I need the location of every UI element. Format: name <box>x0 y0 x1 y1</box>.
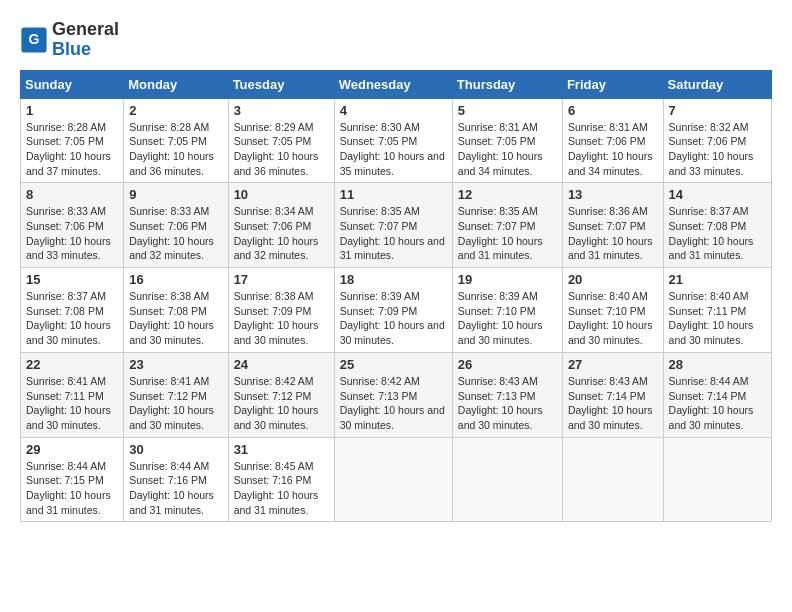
day-cell: 25 Sunrise: 8:42 AM Sunset: 7:13 PM Dayl… <box>334 352 452 437</box>
day-info: Sunrise: 8:35 AM Sunset: 7:07 PM Dayligh… <box>340 204 447 263</box>
day-number: 9 <box>129 187 222 202</box>
week-row-1: 1 Sunrise: 8:28 AM Sunset: 7:05 PM Dayli… <box>21 98 772 183</box>
day-info: Sunrise: 8:40 AM Sunset: 7:10 PM Dayligh… <box>568 289 658 348</box>
logo: G General Blue <box>20 20 119 60</box>
day-cell: 27 Sunrise: 8:43 AM Sunset: 7:14 PM Dayl… <box>562 352 663 437</box>
weekday-header-monday: Monday <box>124 70 228 98</box>
day-number: 18 <box>340 272 447 287</box>
day-info: Sunrise: 8:34 AM Sunset: 7:06 PM Dayligh… <box>234 204 329 263</box>
day-cell: 30 Sunrise: 8:44 AM Sunset: 7:16 PM Dayl… <box>124 437 228 522</box>
day-number: 16 <box>129 272 222 287</box>
day-cell: 24 Sunrise: 8:42 AM Sunset: 7:12 PM Dayl… <box>228 352 334 437</box>
day-cell: 2 Sunrise: 8:28 AM Sunset: 7:05 PM Dayli… <box>124 98 228 183</box>
day-cell: 8 Sunrise: 8:33 AM Sunset: 7:06 PM Dayli… <box>21 183 124 268</box>
day-cell: 13 Sunrise: 8:36 AM Sunset: 7:07 PM Dayl… <box>562 183 663 268</box>
day-cell: 18 Sunrise: 8:39 AM Sunset: 7:09 PM Dayl… <box>334 268 452 353</box>
day-number: 8 <box>26 187 118 202</box>
day-info: Sunrise: 8:42 AM Sunset: 7:13 PM Dayligh… <box>340 374 447 433</box>
day-cell: 29 Sunrise: 8:44 AM Sunset: 7:15 PM Dayl… <box>21 437 124 522</box>
day-info: Sunrise: 8:31 AM Sunset: 7:06 PM Dayligh… <box>568 120 658 179</box>
day-cell: 16 Sunrise: 8:38 AM Sunset: 7:08 PM Dayl… <box>124 268 228 353</box>
day-cell: 10 Sunrise: 8:34 AM Sunset: 7:06 PM Dayl… <box>228 183 334 268</box>
day-info: Sunrise: 8:33 AM Sunset: 7:06 PM Dayligh… <box>26 204 118 263</box>
day-info: Sunrise: 8:36 AM Sunset: 7:07 PM Dayligh… <box>568 204 658 263</box>
day-cell: 4 Sunrise: 8:30 AM Sunset: 7:05 PM Dayli… <box>334 98 452 183</box>
day-number: 14 <box>669 187 766 202</box>
day-number: 23 <box>129 357 222 372</box>
day-cell: 26 Sunrise: 8:43 AM Sunset: 7:13 PM Dayl… <box>452 352 562 437</box>
day-number: 7 <box>669 103 766 118</box>
day-info: Sunrise: 8:29 AM Sunset: 7:05 PM Dayligh… <box>234 120 329 179</box>
weekday-header-wednesday: Wednesday <box>334 70 452 98</box>
weekday-header-friday: Friday <box>562 70 663 98</box>
day-number: 12 <box>458 187 557 202</box>
day-info: Sunrise: 8:37 AM Sunset: 7:08 PM Dayligh… <box>26 289 118 348</box>
day-cell: 9 Sunrise: 8:33 AM Sunset: 7:06 PM Dayli… <box>124 183 228 268</box>
day-number: 30 <box>129 442 222 457</box>
day-number: 2 <box>129 103 222 118</box>
logo-icon: G <box>20 26 48 54</box>
day-cell: 31 Sunrise: 8:45 AM Sunset: 7:16 PM Dayl… <box>228 437 334 522</box>
logo-text: General Blue <box>52 20 119 60</box>
day-cell: 21 Sunrise: 8:40 AM Sunset: 7:11 PM Dayl… <box>663 268 771 353</box>
weekday-header-tuesday: Tuesday <box>228 70 334 98</box>
day-info: Sunrise: 8:33 AM Sunset: 7:06 PM Dayligh… <box>129 204 222 263</box>
day-info: Sunrise: 8:41 AM Sunset: 7:11 PM Dayligh… <box>26 374 118 433</box>
day-cell: 7 Sunrise: 8:32 AM Sunset: 7:06 PM Dayli… <box>663 98 771 183</box>
day-cell: 3 Sunrise: 8:29 AM Sunset: 7:05 PM Dayli… <box>228 98 334 183</box>
day-number: 21 <box>669 272 766 287</box>
day-info: Sunrise: 8:39 AM Sunset: 7:10 PM Dayligh… <box>458 289 557 348</box>
day-number: 15 <box>26 272 118 287</box>
day-number: 10 <box>234 187 329 202</box>
day-info: Sunrise: 8:40 AM Sunset: 7:11 PM Dayligh… <box>669 289 766 348</box>
day-info: Sunrise: 8:43 AM Sunset: 7:14 PM Dayligh… <box>568 374 658 433</box>
day-cell: 12 Sunrise: 8:35 AM Sunset: 7:07 PM Dayl… <box>452 183 562 268</box>
week-row-2: 8 Sunrise: 8:33 AM Sunset: 7:06 PM Dayli… <box>21 183 772 268</box>
calendar-table: SundayMondayTuesdayWednesdayThursdayFrid… <box>20 70 772 523</box>
day-cell: 6 Sunrise: 8:31 AM Sunset: 7:06 PM Dayli… <box>562 98 663 183</box>
day-cell: 28 Sunrise: 8:44 AM Sunset: 7:14 PM Dayl… <box>663 352 771 437</box>
day-info: Sunrise: 8:30 AM Sunset: 7:05 PM Dayligh… <box>340 120 447 179</box>
week-row-5: 29 Sunrise: 8:44 AM Sunset: 7:15 PM Dayl… <box>21 437 772 522</box>
day-cell: 22 Sunrise: 8:41 AM Sunset: 7:11 PM Dayl… <box>21 352 124 437</box>
day-number: 3 <box>234 103 329 118</box>
weekday-header-thursday: Thursday <box>452 70 562 98</box>
day-cell: 17 Sunrise: 8:38 AM Sunset: 7:09 PM Dayl… <box>228 268 334 353</box>
day-number: 20 <box>568 272 658 287</box>
day-number: 11 <box>340 187 447 202</box>
day-number: 31 <box>234 442 329 457</box>
day-number: 22 <box>26 357 118 372</box>
day-cell: 23 Sunrise: 8:41 AM Sunset: 7:12 PM Dayl… <box>124 352 228 437</box>
day-info: Sunrise: 8:43 AM Sunset: 7:13 PM Dayligh… <box>458 374 557 433</box>
day-info: Sunrise: 8:28 AM Sunset: 7:05 PM Dayligh… <box>129 120 222 179</box>
svg-text:G: G <box>29 31 40 47</box>
weekday-header-row: SundayMondayTuesdayWednesdayThursdayFrid… <box>21 70 772 98</box>
day-cell: 11 Sunrise: 8:35 AM Sunset: 7:07 PM Dayl… <box>334 183 452 268</box>
week-row-4: 22 Sunrise: 8:41 AM Sunset: 7:11 PM Dayl… <box>21 352 772 437</box>
day-info: Sunrise: 8:44 AM Sunset: 7:14 PM Dayligh… <box>669 374 766 433</box>
day-info: Sunrise: 8:41 AM Sunset: 7:12 PM Dayligh… <box>129 374 222 433</box>
day-number: 28 <box>669 357 766 372</box>
day-number: 24 <box>234 357 329 372</box>
day-number: 25 <box>340 357 447 372</box>
day-info: Sunrise: 8:32 AM Sunset: 7:06 PM Dayligh… <box>669 120 766 179</box>
weekday-header-saturday: Saturday <box>663 70 771 98</box>
day-number: 26 <box>458 357 557 372</box>
day-cell <box>562 437 663 522</box>
day-info: Sunrise: 8:28 AM Sunset: 7:05 PM Dayligh… <box>26 120 118 179</box>
week-row-3: 15 Sunrise: 8:37 AM Sunset: 7:08 PM Dayl… <box>21 268 772 353</box>
day-number: 19 <box>458 272 557 287</box>
day-number: 4 <box>340 103 447 118</box>
day-info: Sunrise: 8:45 AM Sunset: 7:16 PM Dayligh… <box>234 459 329 518</box>
day-number: 1 <box>26 103 118 118</box>
day-info: Sunrise: 8:35 AM Sunset: 7:07 PM Dayligh… <box>458 204 557 263</box>
day-cell <box>452 437 562 522</box>
day-info: Sunrise: 8:31 AM Sunset: 7:05 PM Dayligh… <box>458 120 557 179</box>
day-cell: 19 Sunrise: 8:39 AM Sunset: 7:10 PM Dayl… <box>452 268 562 353</box>
day-cell: 5 Sunrise: 8:31 AM Sunset: 7:05 PM Dayli… <box>452 98 562 183</box>
day-cell: 14 Sunrise: 8:37 AM Sunset: 7:08 PM Dayl… <box>663 183 771 268</box>
day-info: Sunrise: 8:38 AM Sunset: 7:08 PM Dayligh… <box>129 289 222 348</box>
day-number: 6 <box>568 103 658 118</box>
day-cell <box>334 437 452 522</box>
day-info: Sunrise: 8:44 AM Sunset: 7:15 PM Dayligh… <box>26 459 118 518</box>
